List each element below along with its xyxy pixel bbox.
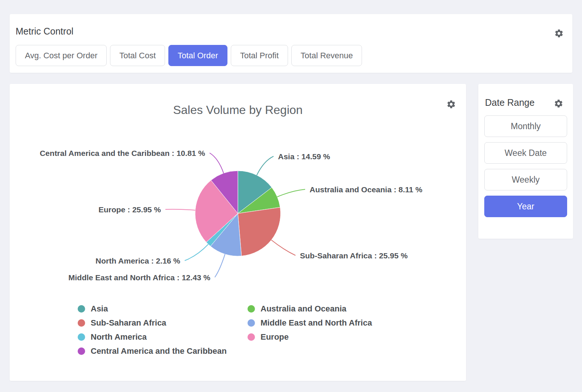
pie-label-australia-and-oceania: Australia and Oceania : 8.11 % [310, 185, 423, 194]
sales-volume-chart-card: Sales Volume by Region Asia : 14.59 %Aus… [10, 84, 466, 381]
pie-label-line-middle-east-and-north-africa [215, 254, 225, 277]
date-range-button-week-date[interactable]: Week Date [484, 142, 567, 164]
legend-label-north-america: North America [91, 332, 147, 342]
pie-label-line-north-america [185, 244, 208, 261]
pie-label-line-central-america-and-the-caribbean [210, 153, 224, 173]
legend-label-europe: Europe [261, 332, 289, 342]
metric-button-group: Avg. Cost per OrderTotal CostTotal Order… [16, 45, 362, 66]
legend-item-central-america-and-the-caribbean[interactable]: Central America and the Caribbean [78, 347, 248, 356]
legend-dot-central-america-and-the-caribbean [78, 347, 85, 355]
metric-settings-gear-icon[interactable] [554, 29, 564, 38]
date-range-button-group: MonthlyWeek DateWeeklyYear [484, 115, 567, 217]
legend-dot-australia-and-oceania [248, 305, 255, 313]
legend-label-central-america-and-the-caribbean: Central America and the Caribbean [91, 346, 227, 356]
legend-label-australia-and-oceania: Australia and Oceania [261, 304, 346, 314]
metric-button-total-order[interactable]: Total Order [168, 45, 227, 66]
metric-control-title: Metric Control [16, 26, 74, 37]
metric-button-avg-cost-per-order[interactable]: Avg. Cost per Order [16, 45, 107, 66]
pie-label-middle-east-and-north-africa: Middle East and North Africa : 12.43 % [68, 273, 210, 282]
metric-button-total-profit[interactable]: Total Profit [231, 45, 288, 66]
legend-item-middle-east-and-north-africa[interactable]: Middle East and North Africa [248, 318, 372, 327]
pie-label-europe: Europe : 25.95 % [98, 205, 161, 214]
metric-control-card: Metric Control Avg. Cost per OrderTotal … [10, 14, 572, 73]
metric-button-total-revenue[interactable]: Total Revenue [291, 45, 362, 66]
legend-dot-sub-saharan-africa [78, 319, 85, 327]
legend-item-asia[interactable]: Asia [78, 304, 248, 313]
legend-label-asia: Asia [91, 304, 108, 314]
legend-item-north-america[interactable]: North America [78, 333, 248, 342]
legend-label-middle-east-and-north-africa: Middle East and North Africa [261, 318, 372, 328]
date-range-button-monthly[interactable]: Monthly [484, 115, 567, 137]
pie-label-line-asia [257, 156, 274, 175]
date-settings-gear-icon[interactable] [554, 99, 563, 108]
date-range-card: Date Range MonthlyWeek DateWeeklyYear [478, 84, 573, 239]
pie-label-line-europe [165, 209, 195, 210]
legend-item-europe[interactable]: Europe [248, 333, 372, 342]
gear-icon [554, 29, 564, 38]
pie-slice-sub-saharan-africa[interactable] [238, 207, 281, 256]
legend-dot-europe [248, 333, 255, 341]
legend-dot-asia [78, 305, 85, 313]
date-range-button-weekly[interactable]: Weekly [484, 169, 567, 190]
legend-item-australia-and-oceania[interactable]: Australia and Oceania [248, 304, 372, 313]
dashboard-page: Metric Control Avg. Cost per OrderTotal … [0, 0, 582, 392]
date-range-button-year[interactable]: Year [484, 196, 567, 217]
chart-legend: AsiaAustralia and OceaniaSub-Saharan Afr… [78, 304, 372, 356]
legend-dot-middle-east-and-north-africa [248, 319, 255, 327]
date-range-title: Date Range [485, 97, 534, 108]
legend-dot-north-america [78, 333, 85, 341]
pie-label-north-america: North America : 2.16 % [96, 257, 180, 265]
pie-label-asia: Asia : 14.59 % [278, 152, 330, 161]
gear-icon [554, 99, 563, 108]
legend-item-sub-saharan-africa[interactable]: Sub-Saharan Africa [78, 318, 248, 327]
metric-button-total-cost[interactable]: Total Cost [110, 45, 165, 66]
pie-label-line-sub-saharan-africa [271, 240, 295, 255]
legend-label-sub-saharan-africa: Sub-Saharan Africa [91, 318, 166, 328]
pie-label-sub-saharan-africa: Sub-Saharan Africa : 25.95 % [300, 251, 408, 260]
pie-label-line-australia-and-oceania [277, 189, 305, 197]
pie-label-central-america-and-the-caribbean: Central America and the Caribbean : 10.8… [40, 149, 205, 157]
